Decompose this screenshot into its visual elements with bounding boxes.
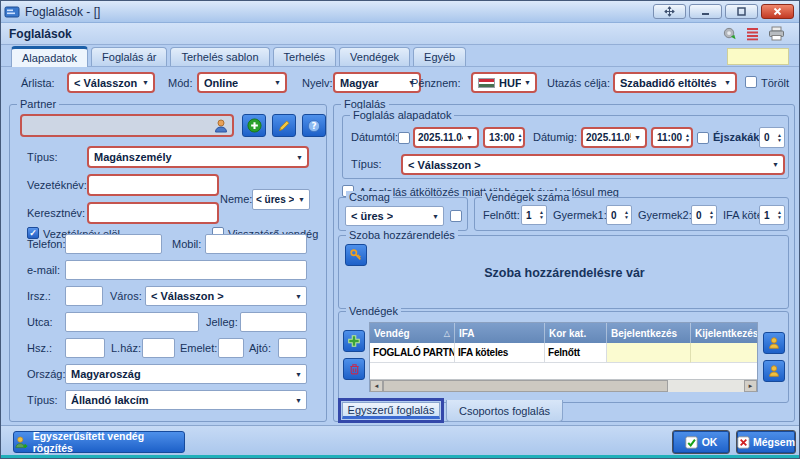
maximize-button[interactable] [725,4,758,19]
scrollbar-thumb[interactable] [383,380,668,392]
tab-terheles-sablon[interactable]: Terhelés sablon [170,47,269,66]
scroll-right-icon[interactable]: ► [744,380,757,392]
keresztnev-input[interactable] [87,202,219,224]
ajto-label: Ajtó: [249,342,271,354]
datumtol-checkbox[interactable] [398,132,410,144]
plus-icon [347,334,361,348]
foglalas-tipus-select[interactable]: < Válasszon >▼ [401,154,785,175]
nyelv-select[interactable]: Magyar▼ [333,72,421,93]
hsz-input[interactable] [65,338,105,358]
add-partner-button[interactable] [242,114,266,137]
gyermek1-spinner[interactable]: 0▲▼ [606,205,632,225]
guest-gold-icon [767,364,781,378]
tab-foglalas-ar[interactable]: Foglalás ár [91,47,167,66]
email-input[interactable] [65,260,307,280]
scroll-left-icon[interactable]: ◄ [370,380,383,392]
lhaz-input[interactable] [142,338,175,358]
csomag-group: Csomag < üres >▼ [338,197,468,231]
vezeteknev-input[interactable] [87,174,219,196]
ok-button[interactable]: OK [672,430,730,454]
chevron-down-icon: ▼ [139,79,149,86]
tab-vendegek[interactable]: Vendégek [339,47,410,66]
ajto-input[interactable] [278,338,307,358]
guest-action-top-button[interactable] [763,332,785,354]
emelet-input[interactable] [218,338,244,358]
szoba-hozzarendeles-title: Szoba hozzárendelés [346,229,458,241]
assign-room-button[interactable] [345,244,367,266]
datumig-date-select[interactable]: 2025.11.05▼ [581,127,647,148]
gyermek2-spinner[interactable]: 0▲▼ [691,205,717,225]
window-controls [653,4,796,19]
felnott-label: Felnőtt: [483,209,520,221]
hsz-label: Hsz.: [27,342,52,354]
guest-action-bottom-button[interactable] [763,360,785,382]
column-header-bejelentkezes[interactable]: Bejelentkezés [607,323,691,343]
tab-egyszeru-foglalas[interactable]: Egyszerű foglalás [338,398,444,423]
plus-icon [247,118,262,133]
list-icon[interactable] [746,27,759,41]
column-header-kijelentkezes[interactable]: Kijelentkezés [691,323,757,343]
spinner-arrows-icon[interactable]: ▲▼ [706,210,714,220]
varos-label: Város: [110,290,142,302]
spinner-arrows-icon[interactable]: ▲▼ [515,133,523,143]
column-header-vendeg[interactable]: Vendég △ [370,323,455,343]
spinner-arrows-icon[interactable]: ▲▼ [774,210,782,220]
arlista-select[interactable]: < Válasszon >▼ [67,72,155,93]
neme-select[interactable]: < üres >▼ [252,189,310,210]
close-button[interactable] [761,4,794,19]
column-header-ifa[interactable]: IFA [455,323,545,343]
orszag-select[interactable]: Magyaroszág▼ [65,364,307,384]
tab-egyeb[interactable]: Egyéb [413,47,466,66]
spinner-arrows-icon[interactable]: ▲▼ [774,133,782,143]
jelleg-input[interactable] [240,312,307,332]
csomag-select[interactable]: < üres >▼ [345,206,444,226]
partner-search-input[interactable] [20,114,234,137]
datumtol-date-select[interactable]: 2025.11.04▼ [413,127,479,148]
idotol-spinner[interactable]: 13:00 ▲▼ [483,127,525,148]
lakcim-tipus-select[interactable]: Állandó lakcím▼ [65,390,307,410]
tab-terheles[interactable]: Terhelés [273,47,337,66]
torolt-checkbox[interactable] [745,76,757,88]
utca-input[interactable] [65,312,199,332]
mobil-input[interactable] [205,234,307,254]
datumig-checkbox[interactable] [697,132,709,144]
print-icon[interactable] [768,26,785,41]
delete-guest-button[interactable] [343,358,365,380]
felnott-spinner[interactable]: 1▲▼ [521,205,547,225]
irsz-input[interactable] [65,286,103,306]
ejszakak-spinner[interactable]: 0 ▲▼ [759,127,785,148]
minimize-button[interactable] [689,4,722,19]
check-icon [685,436,698,449]
telefon-input[interactable] [65,234,162,254]
foglalasok-window: Foglalások - [] Foglalások [0,0,800,459]
szoba-hozzarendeles-group: Szoba hozzárendelés Szoba hozzárendelésr… [338,235,789,309]
spinner-arrows-icon[interactable]: ▲▼ [536,210,544,220]
spinner-arrows-icon[interactable]: ▲▼ [682,133,690,143]
idoig-spinner[interactable]: 11:00 ▲▼ [651,127,693,148]
tab-alapadatok[interactable]: Alapadatok [11,46,88,67]
mobil-label: Mobil: [172,238,201,250]
partner-info-button[interactable]: ? [302,114,326,137]
spinner-arrows-icon[interactable]: ▲▼ [621,210,629,220]
ifa-koteles-spinner[interactable]: 1▲▼ [759,205,785,225]
utca-label: Utca: [27,316,53,328]
edit-partner-button[interactable] [272,114,296,137]
settings-icon[interactable] [722,26,737,41]
varos-select[interactable]: < Válasszon >▼ [145,286,307,306]
add-guest-button[interactable] [343,330,365,352]
penznem-select[interactable]: HUF▼ [471,72,537,93]
mod-select[interactable]: Online▼ [197,72,287,93]
chevron-down-icon: ▼ [721,79,731,86]
partner-tipus-select[interactable]: Magánszemély▼ [87,146,309,168]
cell-kijelentkezes[interactable] [691,343,757,363]
utazas-celja-select[interactable]: Szabadidő eltöltés▼ [613,72,737,93]
column-header-kor-kat[interactable]: Kor kat. [545,323,607,343]
cancel-button[interactable]: Mégsem [736,430,796,454]
simplified-guest-button[interactable]: Egyszerűsített vendég rögzítés [13,431,185,453]
cell-vendeg: FOGLALÓ PARTNER [370,343,455,363]
move-window-button[interactable] [653,4,686,19]
table-row[interactable]: FOGLALÓ PARTNER IFA köteles Felnőtt [370,343,757,363]
csomag-checkbox[interactable] [450,210,462,222]
tab-csoportos-foglalas[interactable]: Csoportos foglalás [446,400,563,422]
cell-bejelentkezes[interactable] [607,343,691,363]
